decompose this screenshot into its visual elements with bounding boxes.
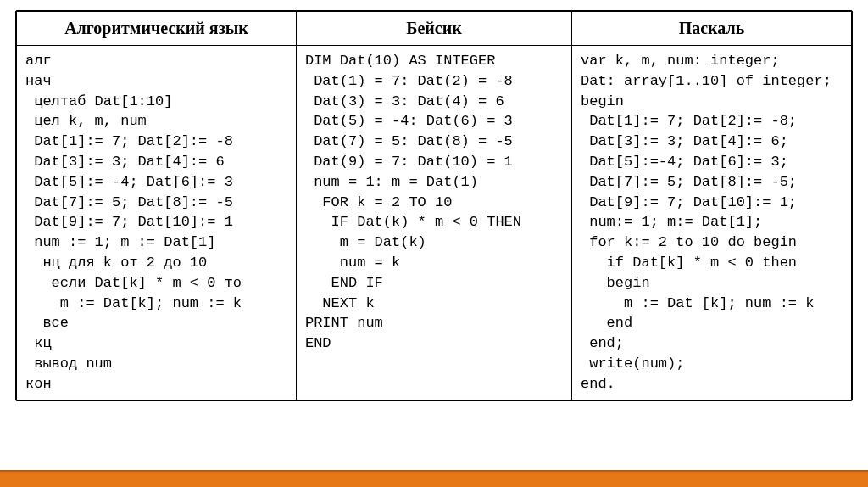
cell-pascal: var k, m, num: integer; Dat: array[1..10… (572, 46, 852, 400)
code-algorithmic: алг нач целтаб Dat[1:10] цел k, m, num D… (25, 51, 289, 395)
code-pascal: var k, m, num: integer; Dat: array[1..10… (581, 51, 844, 395)
code-table: Алгоритмический язык Бейсик Паскаль алг … (16, 11, 852, 400)
table-header-row: Алгоритмический язык Бейсик Паскаль (17, 12, 852, 46)
header-algorithmic: Алгоритмический язык (17, 12, 297, 46)
footer-bar (0, 470, 868, 487)
cell-basic: DIM Dat(10) AS INTEGER Dat(1) = 7: Dat(2… (296, 46, 571, 400)
header-pascal: Паскаль (572, 12, 852, 46)
page: Алгоритмический язык Бейсик Паскаль алг … (0, 0, 868, 487)
header-basic: Бейсик (296, 12, 571, 46)
code-basic: DIM Dat(10) AS INTEGER Dat(1) = 7: Dat(2… (305, 51, 565, 354)
cell-algorithmic: алг нач целтаб Dat[1:10] цел k, m, num D… (17, 46, 297, 400)
table-row: алг нач целтаб Dat[1:10] цел k, m, num D… (17, 46, 852, 400)
code-table-card: Алгоритмический язык Бейсик Паскаль алг … (15, 10, 853, 401)
